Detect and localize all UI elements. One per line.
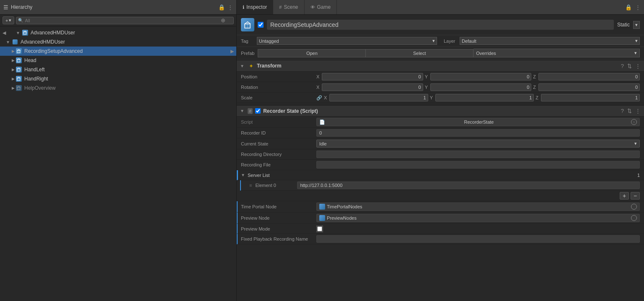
preview-mode-check-input[interactable] (317, 226, 322, 231)
arrow-right-icon[interactable]: ▶ (230, 49, 234, 54)
add-element-button[interactable]: + (620, 192, 629, 200)
svg-rect-0 (23, 32, 26, 34)
element-0-input[interactable] (297, 182, 640, 189)
svg-rect-6 (17, 78, 20, 80)
scale-z-input[interactable] (541, 94, 640, 101)
recorder-id-label: Recorder ID (241, 130, 316, 135)
tag-select[interactable]: Untagged ▾ (257, 37, 437, 45)
transform-menu-icon[interactable]: ⋮ (635, 63, 641, 69)
scale-lock-icon[interactable]: 🔗 (316, 95, 322, 101)
expand-icon[interactable]: ▶ (12, 67, 15, 72)
layer-value: Default (462, 39, 476, 44)
recorder-enabled-checkbox[interactable] (255, 108, 261, 114)
rotation-y-label: Y (425, 85, 429, 90)
cube-icon-dim (16, 85, 22, 91)
recorder-help-icon[interactable]: ? (621, 108, 624, 114)
nav-left-arrow[interactable]: ◀ (3, 30, 8, 36)
scale-xyz: X Y Z (324, 94, 640, 101)
object-enabled-checkbox[interactable] (258, 22, 264, 28)
prefab-overrides-label: Overrides (476, 51, 496, 56)
tab-inspector[interactable]: ℹ Inspector (237, 0, 273, 14)
scale-y-input[interactable] (435, 94, 534, 101)
server-list-collapse-icon[interactable]: ▼ (241, 173, 246, 177)
hierarchy-item-head[interactable]: ▶ Head (0, 56, 236, 65)
recorder-id-input[interactable] (316, 129, 640, 137)
transform-collapse-icon[interactable]: ▼ (240, 64, 245, 68)
hierarchy-item-hand-right[interactable]: ▶ HandRight (0, 74, 236, 83)
hierarchy-item-hand-left[interactable]: ▶ HandLeft (0, 65, 236, 74)
hierarchy-item-label: RecordingSetupAdvanced (24, 48, 83, 54)
current-state-dropdown[interactable]: Idle ▾ (316, 140, 640, 148)
position-x-label: X (316, 74, 321, 79)
scale-x-group: X (324, 94, 428, 101)
rotation-z-input[interactable] (538, 83, 640, 91)
position-x-input[interactable] (322, 73, 423, 80)
rotation-y-input[interactable] (430, 83, 532, 91)
expand-icon[interactable]: ▶ (12, 49, 15, 53)
preview-mode-checkbox[interactable] (316, 226, 323, 232)
scale-x-input[interactable] (329, 94, 428, 101)
expand-icon[interactable]: ▼ (16, 31, 21, 35)
remove-element-button[interactable]: − (631, 192, 640, 200)
hierarchy-title: Hierarchy (11, 4, 32, 10)
tab-scene[interactable]: # Scene (273, 0, 304, 14)
svg-rect-8 (245, 24, 250, 28)
scene-tab-icon: # (279, 5, 282, 10)
element-0-label: Element 0 (255, 183, 297, 188)
recorder-align-icon[interactable]: ⇅ (627, 108, 632, 114)
preview-node-select-icon[interactable] (631, 215, 637, 221)
inspector-content: Static ▾ Tag Untagged ▾ Layer Default ▾ … (237, 15, 644, 301)
expand-icon[interactable]: ▼ (6, 40, 11, 44)
inspector-menu-icon[interactable]: ⋮ (635, 4, 641, 10)
hierarchy-item-advanced-hmd-child[interactable]: ▼ AdvancedHMDUser (0, 37, 236, 47)
time-portal-select-icon[interactable] (631, 204, 637, 210)
cube-icon-blue (16, 66, 22, 73)
expand-icon[interactable]: ▶ (12, 77, 15, 81)
rotation-x-input[interactable] (322, 83, 423, 91)
static-dropdown[interactable]: ▾ (633, 21, 640, 29)
fixed-playback-input[interactable] (316, 235, 640, 243)
recording-file-input[interactable] (316, 161, 640, 169)
prefab-select-button[interactable]: Select (366, 49, 473, 57)
search-wrap: 🔍 ⊕ (16, 17, 234, 24)
position-x-group: X (316, 73, 423, 80)
hierarchy-toolbar: + ▾ 🔍 ⊕ (0, 15, 236, 26)
recording-directory-input[interactable] (316, 150, 640, 158)
hierarchy-item-advanced-hmd-root[interactable]: ◀ ▼ AdvancedHMDUser (0, 28, 236, 37)
position-z-group: Z (533, 73, 640, 80)
game-tab-label: Game (317, 4, 331, 10)
script-select-icon[interactable]: ○ (631, 119, 637, 125)
add-button[interactable]: + ▾ (3, 16, 14, 24)
position-y-input[interactable] (430, 73, 532, 80)
recorder-menu-icon[interactable]: ⋮ (635, 108, 641, 114)
prefab-row: Prefab Open Select Overrides ▾ (237, 47, 644, 60)
transform-section-header: ▼ ✦ Transform ? ⇅ ⋮ (237, 60, 644, 72)
hamburger-icon[interactable]: ☰ (3, 4, 8, 10)
scale-label: Scale (241, 95, 316, 100)
hierarchy-item-help-overview[interactable]: ▶ HelpOverview (0, 83, 236, 93)
hierarchy-lock-icon[interactable]: 🔒 (218, 4, 225, 10)
current-state-row: Current State Idle ▾ (237, 138, 644, 149)
transform-help-icon[interactable]: ? (621, 63, 624, 69)
hierarchy-item-label: HandLeft (24, 67, 45, 73)
search-end-icon[interactable]: ⊕ (221, 17, 225, 23)
position-row: Position X Y Z (237, 72, 644, 82)
hierarchy-menu-icon[interactable]: ⋮ (228, 4, 233, 10)
position-z-input[interactable] (538, 73, 640, 80)
layer-select[interactable]: Default ▾ (460, 37, 640, 45)
preview-node-label: Preview Node (241, 215, 316, 221)
rotation-x-group: X (316, 83, 423, 91)
position-xyz: X Y Z (316, 73, 640, 80)
hierarchy-item-recording-setup[interactable]: ▶ RecordingSetupAdvanced ▶ (0, 47, 236, 56)
expand-icon[interactable]: ▶ (12, 86, 15, 90)
hierarchy-search-input[interactable] (16, 17, 234, 24)
time-portal-node-field: TimePortalNodes (316, 202, 640, 211)
transform-align-icon[interactable]: ⇅ (627, 63, 632, 69)
recorder-collapse-icon[interactable]: ▼ (240, 109, 245, 113)
inspector-lock-icon[interactable]: 🔒 (625, 4, 632, 10)
prefab-overrides-button[interactable]: Overrides ▾ (473, 49, 640, 57)
object-name-input[interactable] (267, 20, 614, 30)
expand-icon[interactable]: ▶ (12, 58, 15, 62)
tab-game[interactable]: 👁 Game (305, 0, 337, 14)
prefab-open-button[interactable]: Open (258, 49, 366, 57)
